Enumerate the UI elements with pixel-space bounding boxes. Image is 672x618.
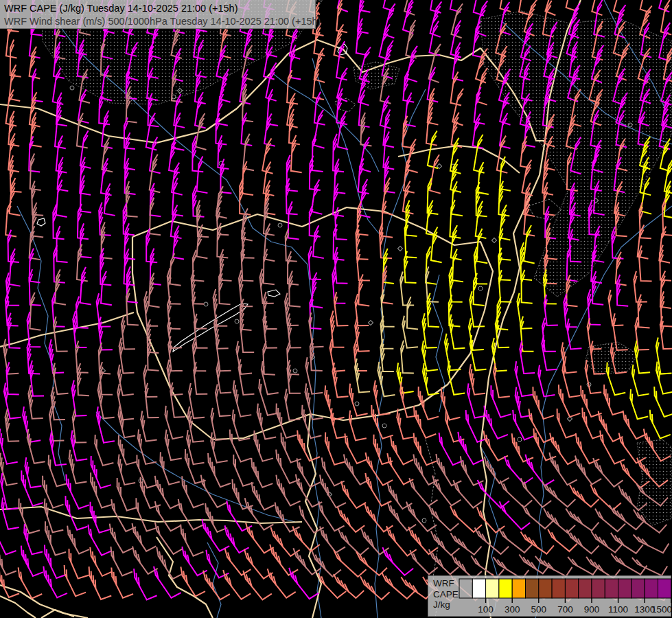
legend-scale-svg: 100300500700900110013001500 — [459, 576, 672, 616]
legend-color-box — [605, 579, 618, 598]
legend-color-box — [525, 579, 538, 598]
legend-color-box — [512, 579, 525, 598]
legend-label-model: WRF — [433, 578, 459, 589]
legend-label-unit: J/kg — [433, 599, 459, 610]
legend-tick-label: 100 — [478, 604, 494, 615]
legend-color-scale: 100300500700900110013001500 — [459, 576, 672, 616]
legend-tick-label: 1500 — [651, 604, 672, 615]
legend-tick-label: 900 — [584, 604, 600, 615]
legend-tick-label: 300 — [505, 604, 520, 615]
cape-legend: WRF CAPE J/kg 10030050070090011001300150… — [428, 575, 671, 617]
legend-tick-label: 1100 — [608, 604, 628, 615]
legend-color-box — [499, 579, 512, 598]
legend-color-box — [459, 579, 472, 598]
legend-color-box — [539, 579, 552, 598]
legend-color-box — [552, 579, 565, 598]
legend-label: WRF CAPE J/kg — [428, 576, 459, 616]
title-box: WRF CAPE (J/kg) Tuesday 14-10-2025 21:00… — [0, 0, 316, 29]
legend-tick-label: 500 — [531, 604, 546, 615]
map-canvas — [0, 0, 672, 618]
legend-color-box — [618, 579, 631, 598]
legend-color-box — [565, 579, 578, 598]
legend-color-box — [632, 579, 645, 598]
weather-map: WRF CAPE (J/kg) Tuesday 14-10-2025 21:00… — [0, 0, 672, 618]
title-wind-shear: WRF Wind shear (m/s) 500/1000hPa Tuesday… — [4, 15, 315, 28]
legend-color-box — [592, 579, 605, 598]
legend-color-box — [645, 579, 658, 598]
legend-color-box — [472, 579, 485, 598]
legend-label-variable: CAPE — [433, 589, 459, 600]
legend-color-box — [658, 579, 671, 598]
legend-tick-label: 700 — [557, 604, 573, 615]
title-cape: WRF CAPE (J/kg) Tuesday 14-10-2025 21:00… — [4, 2, 315, 15]
legend-color-box — [578, 579, 591, 598]
legend-color-box — [485, 579, 498, 598]
